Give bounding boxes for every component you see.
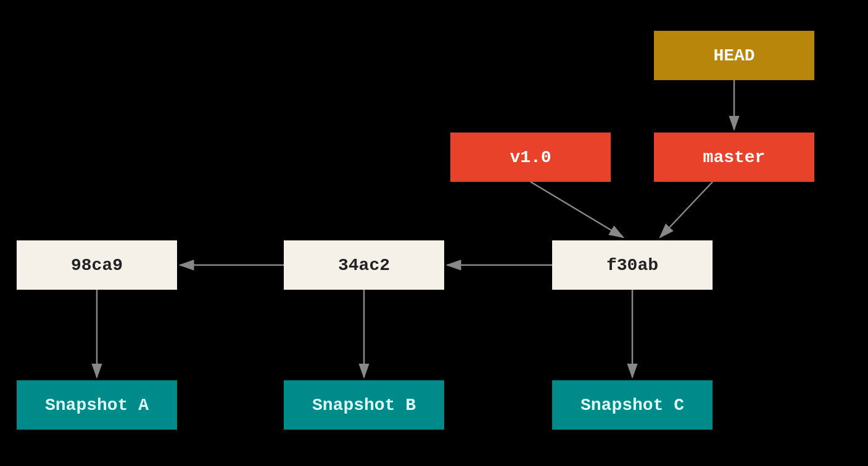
f30ab-label: f30ab — [606, 256, 658, 275]
git-diagram: HEAD v1.0 master f30ab 34ac2 98ca9 Snaps… — [0, 0, 868, 466]
v10-node: v1.0 — [450, 133, 611, 182]
98ca9-node: 98ca9 — [17, 240, 177, 290]
svg-line-3 — [660, 182, 713, 237]
snapshot-c-label: Snapshot C — [581, 396, 684, 415]
98ca9-label: 98ca9 — [71, 256, 123, 275]
master-node: master — [654, 133, 814, 182]
f30ab-node: f30ab — [552, 240, 713, 290]
master-label: master — [703, 148, 766, 167]
snapshot-b-node: Snapshot B — [284, 380, 444, 430]
head-node: HEAD — [654, 31, 814, 80]
34ac2-label: 34ac2 — [338, 256, 390, 275]
snapshot-c-node: Snapshot C — [552, 380, 713, 430]
svg-line-2 — [531, 182, 623, 237]
snapshot-a-label: Snapshot A — [45, 396, 149, 415]
34ac2-node: 34ac2 — [284, 240, 444, 290]
v10-label: v1.0 — [510, 148, 551, 167]
head-label: HEAD — [713, 46, 754, 65]
snapshot-b-label: Snapshot B — [312, 396, 416, 415]
snapshot-a-node: Snapshot A — [17, 380, 177, 430]
